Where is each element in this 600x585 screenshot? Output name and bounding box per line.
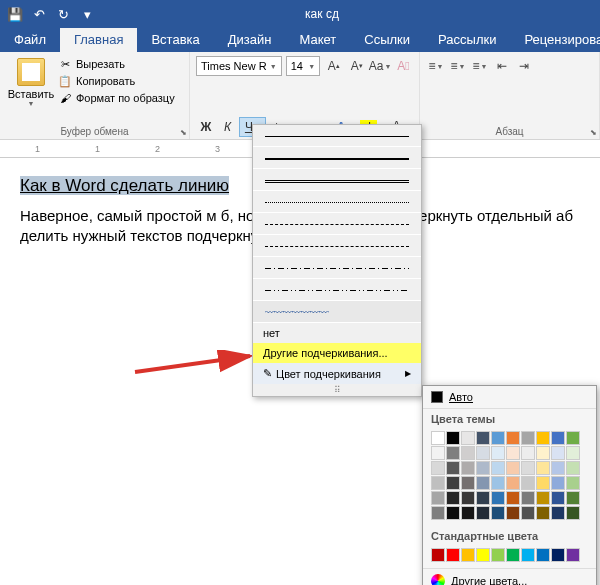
underline-dash-dot-dot[interactable] xyxy=(253,279,421,301)
color-auto[interactable]: Авто xyxy=(423,386,596,409)
color-swatch[interactable] xyxy=(521,506,535,520)
font-size-select[interactable]: 14 ▼ xyxy=(286,56,321,76)
color-swatch[interactable] xyxy=(521,491,535,505)
color-swatch[interactable] xyxy=(476,431,490,445)
color-swatch[interactable] xyxy=(431,446,445,460)
underline-color-menu[interactable]: ✎ Цвет подчеркивания ▶ xyxy=(253,363,421,384)
underline-dashed[interactable] xyxy=(253,213,421,235)
color-swatch[interactable] xyxy=(461,491,475,505)
color-swatch[interactable] xyxy=(476,461,490,475)
tab-file[interactable]: Файл xyxy=(0,28,60,52)
redo-icon[interactable]: ↻ xyxy=(52,3,74,25)
color-swatch[interactable] xyxy=(446,506,460,520)
color-swatch[interactable] xyxy=(446,491,460,505)
paste-button[interactable]: Вставить ▼ xyxy=(6,54,56,107)
color-swatch[interactable] xyxy=(431,506,445,520)
color-swatch[interactable] xyxy=(506,548,520,562)
color-swatch[interactable] xyxy=(446,431,460,445)
format-painter-button[interactable]: 🖌 Формат по образцу xyxy=(56,90,177,106)
color-swatch[interactable] xyxy=(476,446,490,460)
color-swatch[interactable] xyxy=(446,461,460,475)
underline-long-dash[interactable] xyxy=(253,235,421,257)
color-swatch[interactable] xyxy=(536,548,550,562)
color-swatch[interactable] xyxy=(506,506,520,520)
color-swatch[interactable] xyxy=(536,506,550,520)
color-swatch[interactable] xyxy=(476,548,490,562)
color-swatch[interactable] xyxy=(536,461,550,475)
tab-home[interactable]: Главная xyxy=(60,28,137,52)
color-swatch[interactable] xyxy=(506,476,520,490)
tab-references[interactable]: Ссылки xyxy=(350,28,424,52)
multilevel-button[interactable]: ≡▼ xyxy=(470,56,490,76)
tab-design[interactable]: Дизайн xyxy=(214,28,286,52)
color-swatch[interactable] xyxy=(491,506,505,520)
color-swatch[interactable] xyxy=(551,431,565,445)
color-swatch[interactable] xyxy=(506,431,520,445)
change-case-button[interactable]: Aa▼ xyxy=(370,56,390,76)
color-swatch[interactable] xyxy=(551,476,565,490)
tab-insert[interactable]: Вставка xyxy=(137,28,213,52)
color-swatch[interactable] xyxy=(506,491,520,505)
bullets-button[interactable]: ≡▼ xyxy=(426,56,446,76)
color-swatch[interactable] xyxy=(431,431,445,445)
color-swatch[interactable] xyxy=(551,461,565,475)
underline-dash-dot[interactable] xyxy=(253,257,421,279)
color-swatch[interactable] xyxy=(521,446,535,460)
color-swatch[interactable] xyxy=(431,491,445,505)
color-swatch[interactable] xyxy=(461,506,475,520)
color-swatch[interactable] xyxy=(521,476,535,490)
color-swatch[interactable] xyxy=(566,506,580,520)
color-swatch[interactable] xyxy=(521,548,535,562)
save-icon[interactable]: 💾 xyxy=(4,3,26,25)
font-family-select[interactable]: Times New R ▼ xyxy=(196,56,282,76)
copy-button[interactable]: 📋 Копировать xyxy=(56,73,177,89)
color-swatch[interactable] xyxy=(431,461,445,475)
shrink-font-button[interactable]: A▾ xyxy=(347,56,366,76)
color-swatch[interactable] xyxy=(551,506,565,520)
underline-wave[interactable]: 〰〰〰〰〰〰〰 xyxy=(253,301,421,323)
decrease-indent-button[interactable]: ⇤ xyxy=(492,56,512,76)
color-swatch[interactable] xyxy=(491,548,505,562)
color-swatch[interactable] xyxy=(446,476,460,490)
color-swatch[interactable] xyxy=(476,491,490,505)
cut-button[interactable]: ✂ Вырезать xyxy=(56,56,177,72)
color-swatch[interactable] xyxy=(521,461,535,475)
underline-dotted[interactable] xyxy=(253,191,421,213)
color-swatch[interactable] xyxy=(476,476,490,490)
grow-font-button[interactable]: A▴ xyxy=(324,56,343,76)
color-swatch[interactable] xyxy=(461,548,475,562)
color-swatch[interactable] xyxy=(491,491,505,505)
color-swatch[interactable] xyxy=(461,431,475,445)
increase-indent-button[interactable]: ⇥ xyxy=(514,56,534,76)
color-swatch[interactable] xyxy=(506,461,520,475)
color-swatch[interactable] xyxy=(461,446,475,460)
color-swatch[interactable] xyxy=(566,461,580,475)
clear-format-button[interactable]: A⃠ xyxy=(394,56,413,76)
color-swatch[interactable] xyxy=(551,446,565,460)
color-swatch[interactable] xyxy=(431,548,445,562)
undo-icon[interactable]: ↶ xyxy=(28,3,50,25)
numbering-button[interactable]: ≡▼ xyxy=(448,56,468,76)
clipboard-launcher-icon[interactable]: ⬊ xyxy=(180,128,187,137)
underline-single[interactable] xyxy=(253,125,421,147)
color-swatch[interactable] xyxy=(491,446,505,460)
qat-customize-icon[interactable]: ▾ xyxy=(76,3,98,25)
color-swatch[interactable] xyxy=(566,548,580,562)
color-swatch[interactable] xyxy=(491,461,505,475)
underline-double[interactable] xyxy=(253,169,421,191)
color-swatch[interactable] xyxy=(506,446,520,460)
tab-mailings[interactable]: Рассылки xyxy=(424,28,510,52)
color-swatch[interactable] xyxy=(536,431,550,445)
color-swatch[interactable] xyxy=(491,431,505,445)
paragraph-launcher-icon[interactable]: ⬊ xyxy=(590,128,597,137)
underline-none[interactable]: нет xyxy=(253,323,421,343)
color-swatch[interactable] xyxy=(566,476,580,490)
color-swatch[interactable] xyxy=(446,446,460,460)
color-swatch[interactable] xyxy=(461,476,475,490)
color-swatch[interactable] xyxy=(551,548,565,562)
color-swatch[interactable] xyxy=(536,446,550,460)
tab-layout[interactable]: Макет xyxy=(285,28,350,52)
color-swatch[interactable] xyxy=(551,491,565,505)
underline-thick[interactable] xyxy=(253,147,421,169)
color-swatch[interactable] xyxy=(461,461,475,475)
